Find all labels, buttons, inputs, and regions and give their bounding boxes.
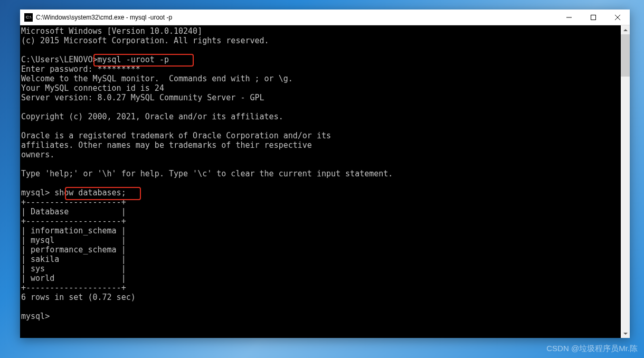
- terminal-line: +--------------------+: [21, 216, 126, 226]
- terminal[interactable]: Microsoft Windows [Version 10.0.10240] (…: [20, 25, 630, 338]
- svg-marker-4: [623, 29, 628, 31]
- minimize-icon: [566, 15, 572, 20]
- terminal-line: | world |: [21, 274, 126, 283]
- terminal-line: | performance_schema |: [21, 245, 126, 255]
- terminal-line: Welcome to the MySQL monitor. Commands e…: [21, 74, 293, 83]
- terminal-line: C:\Users\LENOVO>mysql -uroot -p: [21, 55, 169, 64]
- terminal-line: Copyright (c) 2000, 2021, Oracle and/or …: [21, 112, 283, 121]
- cmd-window: C:\ C:\Windows\system32\cmd.exe - mysql …: [20, 10, 630, 338]
- terminal-line: +--------------------+: [21, 283, 126, 293]
- terminal-line: | mysql |: [21, 235, 126, 245]
- svg-rect-1: [591, 15, 596, 20]
- maximize-button[interactable]: [581, 10, 605, 25]
- window-controls: [557, 10, 630, 25]
- minimize-button[interactable]: [557, 10, 581, 25]
- chevron-down-icon: [623, 333, 628, 335]
- terminal-line: Server version: 8.0.27 MySQL Community S…: [21, 93, 264, 102]
- terminal-scrollbar[interactable]: [621, 25, 630, 338]
- maximize-icon: [591, 15, 596, 20]
- watermark: CSDN @垃圾程序员Mr.陈: [546, 344, 638, 354]
- cmd-icon: C:\: [24, 13, 33, 22]
- terminal-line: (c) 2015 Microsoft Corporation. All righ…: [21, 36, 269, 45]
- terminal-line: 6 rows in set (0.72 sec): [21, 293, 136, 302]
- window-title: C:\Windows\system32\cmd.exe - mysql -uro…: [36, 14, 172, 21]
- terminal-line: | sys |: [21, 264, 126, 274]
- terminal-line: | Database |: [21, 207, 126, 216]
- scroll-track[interactable]: [621, 77, 630, 329]
- terminal-line: | sakila |: [21, 255, 126, 264]
- terminal-line: Enter password: *********: [21, 64, 140, 74]
- terminal-line: +--------------------+: [21, 197, 126, 207]
- terminal-line: | information_schema |: [21, 226, 126, 235]
- terminal-line: Type 'help;' or '\h' for help. Type '\c'…: [21, 169, 393, 178]
- terminal-content: Microsoft Windows [Version 10.0.10240] (…: [21, 26, 630, 338]
- svg-marker-5: [623, 333, 628, 335]
- close-icon: [615, 15, 620, 20]
- chevron-up-icon: [623, 29, 628, 31]
- scroll-up-button[interactable]: [621, 25, 630, 34]
- terminal-line: mysql> show databases;: [21, 188, 126, 197]
- terminal-line: Your MySQL connection id is 24: [21, 83, 164, 93]
- titlebar[interactable]: C:\ C:\Windows\system32\cmd.exe - mysql …: [20, 10, 630, 25]
- terminal-line: affiliates. Other names may be trademark…: [21, 140, 312, 150]
- terminal-line: Oracle is a registered trademark of Orac…: [21, 131, 331, 140]
- close-button[interactable]: [605, 10, 630, 25]
- scroll-thumb[interactable]: [621, 34, 630, 77]
- terminal-line: owners.: [21, 150, 54, 159]
- terminal-line: mysql>: [21, 312, 50, 321]
- terminal-line: Microsoft Windows [Version 10.0.10240]: [21, 26, 202, 36]
- scroll-down-button[interactable]: [621, 329, 630, 338]
- cmd-icon-label: C:\: [26, 15, 31, 20]
